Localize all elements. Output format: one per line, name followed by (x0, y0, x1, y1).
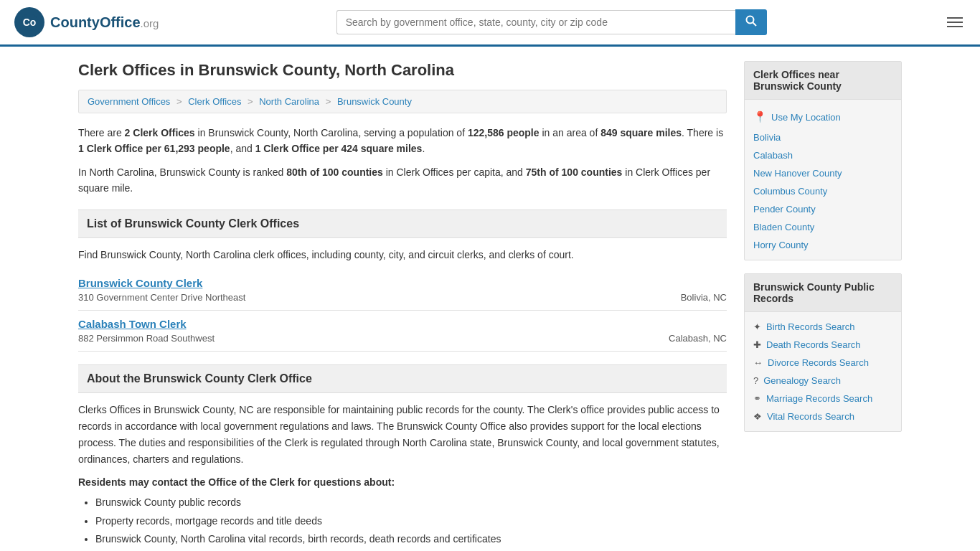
office-address: 310 Government Center Drive Northeast (78, 292, 245, 303)
nearby-link-item: Bolivia (745, 128, 901, 146)
description-para-1: There are 2 Clerk Offices in Brunswick C… (78, 125, 727, 157)
nearby-link[interactable]: New Hanover County (753, 168, 842, 179)
records-links: ✦ Birth Records Search ✚ Death Records S… (745, 312, 901, 431)
logo-text: CountyOffice.org (50, 14, 159, 31)
search-area (336, 9, 767, 35)
nearby-link[interactable]: Horry County (753, 240, 809, 250)
logo-area: Co CountyOffice.org (14, 7, 159, 37)
vital-records-link[interactable]: Vital Records Search (767, 411, 854, 422)
records-link-item: ✚ Death Records Search (745, 336, 901, 354)
svg-line-3 (753, 23, 756, 27)
birth-records-link[interactable]: Birth Records Search (766, 321, 855, 332)
records-link-item: ? Genealogy Search (745, 372, 901, 390)
office-item: Brunswick County Clerk 310 Government Ce… (78, 270, 727, 311)
list-section-subtext: Find Brunswick County, North Carolina cl… (78, 247, 727, 263)
nearby-link[interactable]: Columbus County (753, 186, 827, 197)
office-name-link[interactable]: Brunswick County Clerk (78, 277, 727, 289)
divorce-records-link[interactable]: Divorce Records Search (768, 357, 869, 368)
content-area: Clerk Offices in Brunswick County, North… (78, 61, 727, 548)
list-item: Brunswick County public records (95, 494, 727, 512)
marriage-records-link[interactable]: Marriage Records Search (766, 393, 872, 404)
nearby-link-item: New Hanover County (745, 164, 901, 182)
office-item: Calabash Town Clerk 882 Persimmon Road S… (78, 311, 727, 352)
records-section-header: Brunswick County Public Records (745, 274, 901, 312)
nearby-section: Clerk Offices near Brunswick County 📍 Us… (744, 61, 902, 260)
about-section-header: About the Brunswick County Clerk Office (78, 364, 727, 393)
site-header: Co CountyOffice.org (0, 0, 980, 47)
about-text: Clerks Offices in Brunswick County, NC a… (78, 402, 727, 468)
svg-point-2 (746, 17, 753, 24)
nearby-link[interactable]: Bladen County (753, 222, 814, 232)
genealogy-link[interactable]: Genealogy Search (763, 375, 841, 386)
office-address: 882 Persimmon Road Southwest (78, 333, 215, 344)
list-item: Brunswick County, North Carolina vital r… (95, 530, 727, 548)
nearby-link[interactable]: Calabash (753, 150, 793, 161)
list-section-header: List of Brunswick County Clerk Offices (78, 209, 727, 238)
list-item: Property records, mortgage records and t… (95, 512, 727, 530)
breadcrumb-link-county[interactable]: Brunswick County (337, 96, 412, 107)
records-section: Brunswick County Public Records ✦ Birth … (744, 273, 902, 432)
breadcrumb: Government Offices > Clerk Offices > Nor… (78, 90, 727, 113)
nearby-link[interactable]: Bolivia (753, 132, 781, 143)
office-details: 882 Persimmon Road Southwest Calabash, N… (78, 333, 727, 344)
page-title: Clerk Offices in Brunswick County, North… (78, 61, 727, 80)
breadcrumb-link-gov[interactable]: Government Offices (88, 96, 170, 107)
records-link-item: ✦ Birth Records Search (745, 318, 901, 336)
breadcrumb-link-clerk[interactable]: Clerk Offices (188, 96, 241, 107)
cross-icon: ✚ (753, 339, 761, 350)
hamburger-menu-button[interactable] (944, 14, 966, 30)
search-input[interactable] (336, 10, 735, 34)
question-icon: ? (753, 375, 758, 386)
use-location-item: 📍 Use My Location (745, 105, 901, 128)
logo-icon: Co (14, 7, 44, 37)
description-para-2: In North Carolina, Brunswick County is r… (78, 164, 727, 197)
office-details: 310 Government Center Drive Northeast Bo… (78, 292, 727, 303)
nearby-links: 📍 Use My Location Bolivia Calabash New H… (745, 100, 901, 260)
nearby-section-header: Clerk Offices near Brunswick County (745, 62, 901, 100)
nearby-link-item: Calabash (745, 146, 901, 164)
nearby-link-item: Columbus County (745, 182, 901, 200)
office-city-state: Calabash, NC (669, 333, 727, 344)
residents-label: Residents may contact the Office of the … (78, 476, 727, 488)
search-button[interactable] (735, 9, 767, 35)
nearby-link-item: Pender County (745, 200, 901, 218)
records-link-item: ↔ Divorce Records Search (745, 354, 901, 372)
sidebar: Clerk Offices near Brunswick County 📍 Us… (744, 61, 902, 548)
baby-icon: ✦ (753, 321, 761, 332)
bullet-list: Brunswick County public records Property… (78, 494, 727, 548)
records-link-item: ⚭ Marriage Records Search (745, 390, 901, 408)
svg-text:Co: Co (23, 17, 37, 28)
records-link-item: ❖ Vital Records Search (745, 408, 901, 425)
death-records-link[interactable]: Death Records Search (766, 339, 861, 350)
rings-icon: ⚭ (753, 393, 761, 404)
arrows-icon: ↔ (753, 357, 763, 368)
nearby-link[interactable]: Pender County (753, 204, 816, 215)
nearby-link-item: Horry County (745, 236, 901, 254)
nearby-link-item: Bladen County (745, 218, 901, 236)
main-container: Clerk Offices in Brunswick County, North… (67, 47, 913, 551)
vital-icon: ❖ (753, 411, 762, 422)
breadcrumb-link-nc[interactable]: North Carolina (259, 96, 319, 107)
office-name-link[interactable]: Calabash Town Clerk (78, 318, 727, 330)
office-city-state: Bolivia, NC (681, 292, 727, 303)
location-pin-icon: 📍 (753, 110, 767, 123)
use-location-link[interactable]: Use My Location (771, 112, 841, 123)
